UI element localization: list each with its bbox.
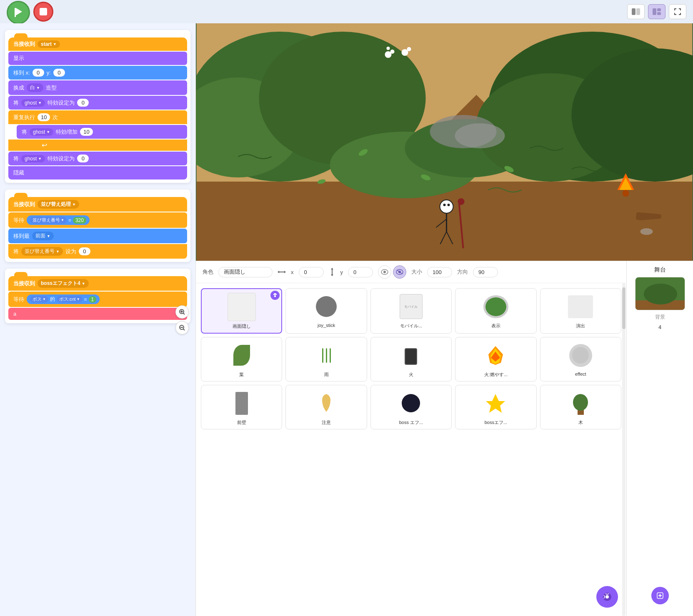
block-goto-front: 移到最 前面 ▼	[8, 229, 187, 243]
zoom-out-btn[interactable]	[175, 321, 189, 334]
sprite-label-fire: 火	[409, 372, 413, 378]
hat-text-1: 当接收到	[13, 40, 35, 48]
sprite-img-wood	[566, 389, 595, 418]
dropdown-boss[interactable]: ボス ▼	[30, 296, 48, 303]
block-set-effect-2: 将 ghost ▼ 特効设定为 0	[8, 152, 187, 165]
sprite-label-joystick: joy_stick	[318, 323, 335, 328]
sprite-item-effect[interactable]: effect	[540, 337, 621, 382]
stage-thumbnail[interactable]	[635, 277, 685, 310]
sprite-name-input[interactable]	[218, 267, 273, 277]
stop-button[interactable]	[33, 2, 53, 22]
sprite-item-mobile[interactable]: モバイル モバイル...	[370, 288, 452, 334]
bg-label: 背景	[655, 314, 665, 321]
y-input[interactable]	[348, 267, 373, 277]
toolbar-right	[627, 4, 686, 19]
sprite-img-stage-effect	[566, 292, 595, 321]
svg-point-70	[573, 394, 588, 411]
sprite-label-boss-ef1: boss エフ...	[399, 419, 423, 426]
hide-btn[interactable]	[393, 265, 406, 279]
sprite-delete-btn[interactable]	[270, 291, 280, 300]
dir-input[interactable]	[473, 267, 498, 277]
svg-point-75	[644, 284, 677, 304]
sprite-item-front-wall[interactable]: 前壁	[201, 385, 282, 429]
x-label: x	[291, 269, 294, 275]
add-sprite-button[interactable]	[596, 586, 618, 608]
block-wait-2: 等待 ボス ▼ 的 ボス:cnt ▼ = 1	[8, 292, 187, 307]
dropdown-start[interactable]: start ▼	[38, 40, 60, 48]
hat-block-1: 当接收到 start ▼	[8, 37, 187, 51]
app-container: 当接收到 start ▼ 显示 移到 x: 0 y: 0	[0, 0, 693, 616]
svg-point-30	[407, 47, 411, 51]
stage-area	[196, 23, 693, 261]
svg-point-50	[640, 228, 653, 235]
svg-point-37	[623, 190, 629, 197]
sprite-label-boss-ef2: bossエフ...	[485, 419, 507, 426]
layout-btn-1[interactable]	[627, 4, 645, 19]
svg-rect-5	[657, 8, 661, 11]
dropdown-ghost-3[interactable]: ghost ▼	[21, 155, 45, 162]
sprite-img-rain	[312, 341, 341, 370]
sprite-panel: 角色 x	[196, 261, 626, 616]
dropdown-front[interactable]: 前面 ▼	[32, 232, 54, 240]
stage-right-panel: 舞台 背景 4	[626, 261, 693, 616]
sprite-item-wood[interactable]: 木	[540, 385, 621, 429]
scrollbar-track	[622, 283, 625, 616]
game-canvas	[196, 23, 693, 261]
sprite-img-boss-ef2	[481, 389, 510, 418]
sprite-item-boss-ef2[interactable]: bossエフ...	[455, 385, 536, 429]
add-sprite-icon	[602, 592, 612, 602]
code-panel: 当接收到 start ▼ 显示 移到 x: 0 y: 0	[0, 23, 196, 616]
zoom-in-btn[interactable]	[175, 305, 189, 319]
sprite-grid-container[interactable]: 画面隠し joy_stick	[196, 283, 626, 434]
x-input[interactable]	[299, 267, 324, 277]
scrollbar-thumb[interactable]	[622, 287, 625, 329]
toolbar-left	[7, 0, 53, 24]
effect-value-2: 10	[80, 128, 93, 136]
dropdown-boss-cnt[interactable]: ボス:cnt ▼	[57, 296, 83, 303]
right-area: 角色 x	[196, 23, 693, 616]
block-change-effect: 将 ghost ▼ 特効増加 10	[17, 125, 187, 139]
svg-point-25	[455, 123, 505, 148]
sprite-item-rain[interactable]: 雨	[285, 337, 367, 382]
sprite-item-fire-burn[interactable]: 火:燃やす...	[455, 337, 536, 382]
dropdown-sort-num-2[interactable]: 並び替え番号 ▼	[21, 247, 63, 256]
sprite-item-screen-hide[interactable]: 画面隠し	[201, 288, 282, 334]
dropdown-white[interactable]: 白 ▼	[27, 83, 43, 92]
sprite-item-caution[interactable]: 注意	[285, 385, 367, 429]
sprite-item-display[interactable]: 表示	[455, 288, 536, 334]
sprite-item-joystick[interactable]: joy_stick	[285, 288, 367, 334]
dropdown-ghost-2[interactable]: ghost ▼	[30, 128, 53, 136]
hat-block-3: 当接収到 bossエフェクト4 ▼	[8, 276, 187, 291]
zoom-controls	[175, 305, 189, 334]
sprite-label-mobile: モバイル...	[400, 323, 422, 329]
y-label: y	[340, 269, 343, 275]
sprite-item-boss-ef1[interactable]: boss エフ...	[370, 385, 452, 429]
sprite-label-fire-burn: 火:燃やす...	[484, 372, 508, 378]
sprite-item-stage-effect[interactable]: 演出	[540, 288, 621, 334]
sprite-label-leaf: 葉	[239, 372, 244, 378]
show-btn[interactable]	[378, 265, 391, 279]
svg-point-27	[390, 50, 395, 54]
dropdown-sort[interactable]: 並び替え処理 ▼	[38, 200, 79, 209]
sprite-item-fire[interactable]: 火	[370, 337, 452, 382]
block-set-sort: 将 並び替え番号 ▼ 设为 0	[8, 244, 187, 259]
sprite-img-screen-hide	[227, 292, 256, 322]
layout-btn-2[interactable]	[648, 4, 665, 19]
svg-point-28	[387, 47, 390, 50]
visibility-buttons	[378, 265, 406, 279]
sprite-item-leaf[interactable]: 葉	[201, 337, 282, 382]
sprite-label-effect: effect	[575, 372, 586, 377]
size-input[interactable]	[427, 267, 452, 277]
block-set-effect-1: 将 ghost ▼ 特効设定为 0	[8, 96, 187, 110]
svg-marker-52	[278, 271, 279, 273]
green-flag-button[interactable]	[7, 1, 30, 24]
sprite-img-leaf	[227, 341, 256, 370]
sprite-img-fire-burn	[481, 341, 510, 370]
fullscreen-button[interactable]	[669, 4, 686, 19]
add-stage-button[interactable]	[651, 587, 669, 604]
sprite-label-stage-effect: 演出	[576, 323, 585, 329]
dropdown-sort-num[interactable]: 並び替え番号 ▼	[30, 217, 67, 224]
dropdown-boss-effect[interactable]: bossエフェクト4 ▼	[38, 279, 89, 288]
dropdown-ghost-1[interactable]: ghost ▼	[21, 99, 45, 107]
sprite-img-effect	[566, 341, 595, 370]
